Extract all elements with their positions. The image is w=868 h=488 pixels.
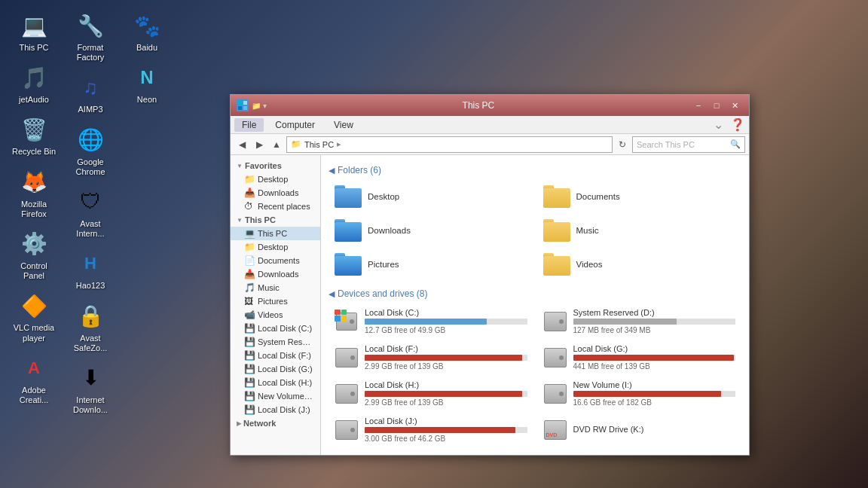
desktop-icon-avast-safezone[interactable]: 🔒 Avast SafeZo... xyxy=(64,298,117,356)
drive-h-free: 2.99 GB free of 139 GB xyxy=(365,398,527,407)
desktop-icon-recycle-bin[interactable]: 🗑️ Recycle Bin xyxy=(8,111,60,160)
videos-folder-icon-big xyxy=(543,253,570,276)
sidebar-this-pc-header[interactable]: ▼ This PC xyxy=(231,213,320,227)
svg-rect-0 xyxy=(238,101,242,105)
sidebar-desktop-label: Desktop xyxy=(258,175,288,184)
drives-section-title: Devices and drives (8) xyxy=(338,288,427,299)
baidu-icon: 🐾 xyxy=(132,11,162,41)
sidebar-item-s-videos[interactable]: 📹 Videos xyxy=(231,308,320,322)
help-button[interactable]: ❓ xyxy=(730,117,745,132)
sidebar-item-s-j[interactable]: 💾 Local Disk (J:) xyxy=(231,403,320,416)
desktop-icon-firefox[interactable]: 🦊 Mozilla Firefox xyxy=(8,164,60,222)
sidebar-item-s-pictures[interactable]: 🖼 Pictures xyxy=(231,294,320,308)
recent-folder-icon: ⏱ xyxy=(244,201,255,212)
drive-item-g[interactable]: Local Disk (G:) 441 MB free of 139 GB xyxy=(537,341,742,374)
refresh-button[interactable]: ↻ xyxy=(615,137,630,152)
drive-j-icon xyxy=(335,418,359,442)
aimp3-icon: ♫ xyxy=(75,72,105,102)
folder-item-desktop[interactable]: Desktop xyxy=(329,181,533,212)
back-button[interactable]: ◀ xyxy=(234,137,249,152)
forward-button[interactable]: ▶ xyxy=(252,137,267,152)
sidebar-item-recent[interactable]: ⏱ Recent places xyxy=(231,200,320,213)
s-desktop-icon: 📁 xyxy=(244,242,255,252)
sidebar-item-s-c[interactable]: 💾 Local Disk (C:) xyxy=(231,322,320,335)
desktop-folder-icon-big xyxy=(335,185,362,208)
sidebar-favorites-header[interactable]: ▼ Favorites xyxy=(231,159,320,172)
s-j-icon: 💾 xyxy=(244,404,255,415)
menu-view[interactable]: View xyxy=(326,118,361,132)
sidebar-item-s-documents[interactable]: 📄 Documents xyxy=(231,254,320,267)
sidebar-item-downloads[interactable]: 📥 Downloads xyxy=(231,186,320,200)
drive-f-bar-fill xyxy=(365,355,522,361)
drive-item-k[interactable]: DVD DVD RW Drive (K:) xyxy=(537,413,742,446)
desktop-icon-jetaudio[interactable]: 🎵 jetAudio xyxy=(8,59,60,108)
sidebar-item-desktop[interactable]: 📁 Desktop xyxy=(231,172,320,186)
drive-item-j[interactable]: Local Disk (J:) 3.00 GB free of 46.2 GB xyxy=(329,413,533,446)
sidebar-network-header[interactable]: ▶ Network xyxy=(231,416,320,430)
control-panel-label: Control Panel xyxy=(11,261,57,281)
folder-item-downloads[interactable]: Downloads xyxy=(329,215,533,246)
desktop-icon-neon[interactable]: N Neon xyxy=(121,59,173,108)
drive-h-info: Local Disk (H:) 2.99 GB free of 139 GB xyxy=(365,380,527,407)
sidebar-item-s-downloads[interactable]: 📥 Downloads xyxy=(231,267,320,281)
sidebar-item-s-i[interactable]: 💾 New Volume (I:) xyxy=(231,389,320,403)
desktop-icon-format-factory[interactable]: 🔧 Format Factory xyxy=(64,8,117,66)
drive-g-name: Local Disk (G:) xyxy=(573,344,736,353)
drive-k-name: DVD RW Drive (K:) xyxy=(573,425,736,434)
sidebar-item-s-d[interactable]: 💾 System Reserved (D: xyxy=(231,335,320,349)
search-box[interactable]: Search This PC 🔍 xyxy=(632,136,745,153)
drive-item-i[interactable]: New Volume (I:) 16.6 GB free of 182 GB xyxy=(537,377,742,410)
address-box[interactable]: 📁 This PC ▸ xyxy=(286,136,613,153)
desktop-icon-baidu[interactable]: 🐾 Baidu xyxy=(121,8,173,56)
chrome-icon: 🌐 xyxy=(75,125,105,155)
drive-item-c[interactable]: Local Disk (C:) 12.7 GB free of 49.9 GB xyxy=(329,305,533,337)
up-button[interactable]: ▲ xyxy=(269,137,284,152)
sidebar-item-s-g[interactable]: 💾 Local Disk (G:) xyxy=(231,362,320,376)
folder-music-label: Music xyxy=(576,226,599,235)
desktop-icon-aimp3[interactable]: ♫ AIMP3 xyxy=(64,69,117,117)
drive-i-info: New Volume (I:) 16.6 GB free of 182 GB xyxy=(573,380,736,407)
avast-label: Avast Intern... xyxy=(67,219,114,239)
desktop-icon-internet-download[interactable]: ⬇ Internet Downlo... xyxy=(64,360,117,418)
drive-i-bar-fill xyxy=(573,391,721,397)
folder-item-videos[interactable]: Videos xyxy=(537,249,742,279)
folder-videos-label: Videos xyxy=(576,260,603,269)
desktop-icon-adobe[interactable]: A Adobe Creati... xyxy=(8,350,60,408)
sidebar-item-s-f[interactable]: 💾 Local Disk (F:) xyxy=(231,349,320,362)
desktop-icon-hao123[interactable]: H Hao123 xyxy=(64,246,117,294)
sidebar-item-this-pc[interactable]: 💻 This PC xyxy=(231,227,320,240)
drive-item-h[interactable]: Local Disk (H:) 2.99 GB free of 139 GB xyxy=(329,377,533,410)
folder-item-documents[interactable]: Documents xyxy=(537,181,742,212)
drive-f-bar-bg xyxy=(365,355,527,361)
pictures-folder-icon-big xyxy=(335,253,362,276)
address-path: This PC xyxy=(304,140,334,149)
desktop-icon-control-panel[interactable]: ⚙️ Control Panel xyxy=(8,226,60,284)
minimize-button[interactable]: − xyxy=(690,99,707,112)
sidebar-item-s-desktop[interactable]: 📁 Desktop xyxy=(231,240,320,254)
drive-f-free: 2.99 GB free of 139 GB xyxy=(365,362,527,371)
menu-computer[interactable]: Computer xyxy=(267,118,322,132)
desktop-icon-vlc[interactable]: 🔶 VLC media player xyxy=(8,288,60,346)
menu-file[interactable]: File xyxy=(234,118,264,132)
folder-pictures-label: Pictures xyxy=(368,260,399,269)
desktop-icon-this-pc[interactable]: 💻 This PC xyxy=(8,8,60,56)
sidebar-item-s-h[interactable]: 💾 Local Disk (H:) xyxy=(231,376,320,389)
drive-item-f[interactable]: Local Disk (F:) 2.99 GB free of 139 GB xyxy=(329,341,533,374)
sidebar-item-s-music[interactable]: 🎵 Music xyxy=(231,281,320,294)
drive-item-d[interactable]: System Reserved (D:) 127 MB free of 349 … xyxy=(537,305,742,337)
neon-icon: N xyxy=(132,63,162,93)
folder-item-music[interactable]: Music xyxy=(537,215,742,246)
ribbon-expand-button[interactable]: ⌄ xyxy=(714,117,723,132)
menubar: File Computer View ⌄ ❓ xyxy=(231,116,749,134)
maximize-button[interactable]: □ xyxy=(708,99,725,112)
desktop-icon-chrome[interactable]: 🌐 Google Chrome xyxy=(64,122,117,180)
window-titlebar: 📁 ▾ This PC − □ ✕ xyxy=(231,95,749,116)
desktop-icon-avast[interactable]: 🛡 Avast Intern... xyxy=(64,184,117,242)
close-button[interactable]: ✕ xyxy=(726,99,743,112)
folder-item-pictures[interactable]: Pictures xyxy=(329,249,533,279)
drives-section-arrow: ◀ xyxy=(329,289,335,299)
drive-g-free: 441 MB free of 139 GB xyxy=(573,362,736,371)
window-controls: − □ ✕ xyxy=(690,99,743,112)
drive-c-free: 12.7 GB free of 49.9 GB xyxy=(365,326,527,334)
drive-d-bar-fill xyxy=(573,319,677,325)
